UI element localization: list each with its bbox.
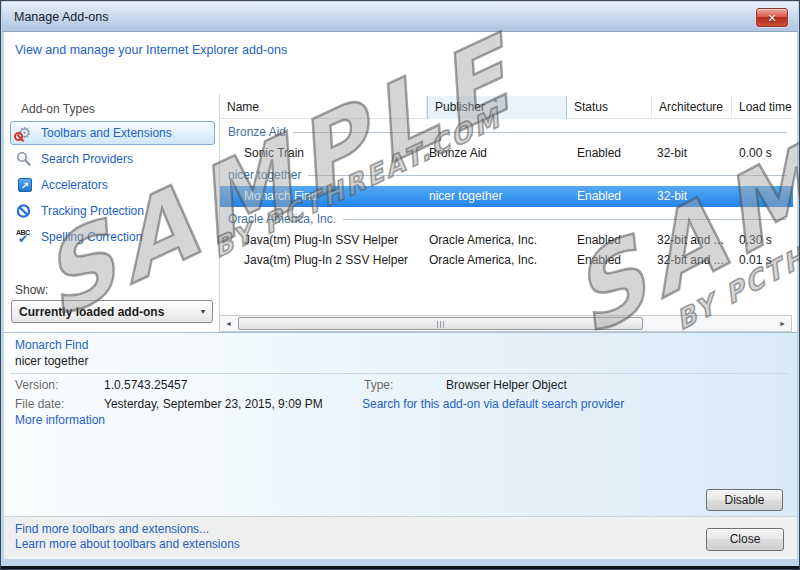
group-header: nicer together [220, 165, 793, 185]
sidebar-item-accelerators[interactable]: ↗ Accelerators [10, 173, 215, 197]
scroll-right-icon[interactable]: ► [774, 316, 791, 331]
title-bar[interactable]: Manage Add-ons ✕ [2, 2, 798, 32]
group-header: Oracle America, Inc. [220, 209, 793, 229]
blocked-badge-icon [14, 132, 23, 141]
sidebar-item-tracking-protection[interactable]: Tracking Protection [10, 199, 215, 223]
learn-more-link[interactable]: Learn more about toolbars and extensions [15, 537, 240, 551]
close-button[interactable]: Close [706, 528, 784, 551]
toolbars-extensions-icon: ⚙ [16, 125, 34, 141]
file-date-label: File date: [15, 397, 64, 411]
tracking-protection-icon [16, 203, 34, 219]
more-information-link[interactable]: More information [15, 413, 105, 427]
show-dropdown-value: Currently loaded add-ons [12, 305, 194, 319]
sort-ascending-icon: ▲ [492, 89, 499, 111]
disable-button[interactable]: Disable [706, 489, 783, 511]
manage-addons-window: Manage Add-ons ✕ View and manage your In… [0, 0, 800, 570]
sidebar-item-label: Accelerators [41, 178, 108, 192]
column-header-name[interactable]: Name [220, 96, 427, 119]
scrollbar-grip-icon [437, 321, 445, 328]
window-title: Manage Add-ons [14, 10, 109, 24]
search-addon-link[interactable]: Search for this add-on via default searc… [362, 397, 624, 411]
sidebar-item-toolbars-extensions[interactable]: ⚙ Toolbars and Extensions [10, 121, 215, 145]
version-label: Version: [15, 378, 58, 392]
column-header-status[interactable]: Status [567, 96, 652, 119]
selected-addon-name[interactable]: Monarch Find [15, 338, 88, 352]
search-icon [16, 151, 34, 167]
horizontal-scrollbar[interactable]: ◄ ► [219, 315, 792, 332]
spelling-correction-icon: ABC ✔ [16, 229, 34, 245]
chevron-down-icon: ▼ [194, 308, 212, 315]
footer: Find more toolbars and extensions... Lea… [4, 516, 797, 559]
close-window-button[interactable]: ✕ [756, 8, 788, 27]
details-divider [10, 373, 789, 374]
type-label: Type: [364, 378, 393, 392]
check-icon: ✔ [18, 232, 28, 246]
show-dropdown[interactable]: Currently loaded add-ons ▼ [11, 300, 213, 323]
addon-types-heading: Add-on Types [21, 102, 95, 116]
find-more-link[interactable]: Find more toolbars and extensions... [15, 522, 209, 536]
file-date-value: Yesterday, September 23, 2015, 9:09 PM [104, 397, 323, 411]
arrow-up-right-icon: ↗ [21, 180, 29, 191]
list-header-row: Name Publisher ▲ Status Architecture Loa… [220, 96, 793, 119]
table-row-selected[interactable]: Monarch Find nicer together Enabled 32-b… [220, 186, 793, 207]
accelerators-icon: ↗ [16, 177, 34, 193]
table-row[interactable]: Sonic Train Bronze Aid Enabled 32-bit 0.… [220, 143, 793, 163]
sidebar-item-label: Spelling Correction [41, 230, 142, 244]
window-bottom-border [1, 566, 800, 569]
show-label: Show: [15, 283, 48, 297]
main-area: View and manage your Internet Explorer a… [4, 32, 797, 332]
scroll-left-icon[interactable]: ◄ [220, 316, 237, 331]
type-value: Browser Helper Object [446, 378, 567, 392]
group-header: Bronze Aid [220, 122, 793, 142]
table-row[interactable]: Java(tm) Plug-In SSV Helper Oracle Ameri… [220, 230, 793, 250]
column-header-load-time[interactable]: Load time [732, 96, 793, 119]
addon-list: Name Publisher ▲ Status Architecture Loa… [219, 94, 792, 332]
sidebar-item-label: Toolbars and Extensions [41, 126, 172, 140]
column-header-architecture[interactable]: Architecture [652, 96, 732, 119]
close-icon: ✕ [767, 12, 776, 24]
sidebar-item-spelling-correction[interactable]: ABC ✔ Spelling Correction [10, 225, 215, 249]
details-pane: Monarch Find nicer together Version: 1.0… [4, 332, 797, 516]
column-header-publisher[interactable]: Publisher ▲ [427, 96, 567, 119]
selected-addon-publisher: nicer together [15, 354, 88, 368]
version-value: 1.0.5743.25457 [104, 378, 187, 392]
scrollbar-thumb[interactable] [238, 317, 643, 330]
sidebar-item-search-providers[interactable]: Search Providers [10, 147, 215, 171]
dialog-subtitle: View and manage your Internet Explorer a… [15, 43, 287, 57]
table-row[interactable]: Java(tm) Plug-In 2 SSV Helper Oracle Ame… [220, 250, 793, 270]
sidebar-item-label: Tracking Protection [41, 204, 144, 218]
sidebar-item-label: Search Providers [41, 152, 133, 166]
